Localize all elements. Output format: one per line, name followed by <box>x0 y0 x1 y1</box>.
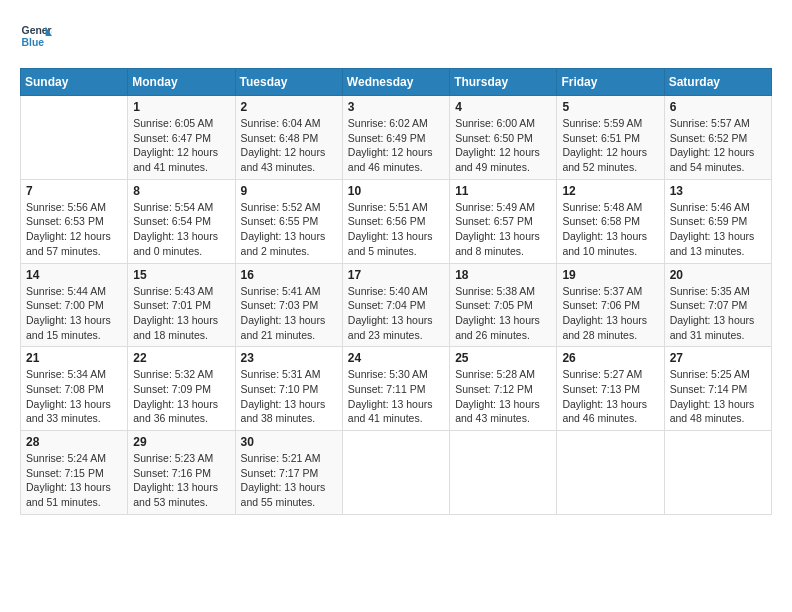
day-info: Sunrise: 5:41 AM Sunset: 7:03 PM Dayligh… <box>241 284 337 343</box>
page-header: General Blue <box>20 20 772 52</box>
day-info: Sunrise: 5:28 AM Sunset: 7:12 PM Dayligh… <box>455 367 551 426</box>
day-number: 21 <box>26 351 122 365</box>
day-info: Sunrise: 5:59 AM Sunset: 6:51 PM Dayligh… <box>562 116 658 175</box>
calendar-cell: 20Sunrise: 5:35 AM Sunset: 7:07 PM Dayli… <box>664 263 771 347</box>
day-number: 26 <box>562 351 658 365</box>
day-info: Sunrise: 5:34 AM Sunset: 7:08 PM Dayligh… <box>26 367 122 426</box>
calendar-cell: 5Sunrise: 5:59 AM Sunset: 6:51 PM Daylig… <box>557 96 664 180</box>
calendar-cell <box>557 431 664 515</box>
day-number: 14 <box>26 268 122 282</box>
day-number: 13 <box>670 184 766 198</box>
day-info: Sunrise: 5:44 AM Sunset: 7:00 PM Dayligh… <box>26 284 122 343</box>
calendar-cell: 23Sunrise: 5:31 AM Sunset: 7:10 PM Dayli… <box>235 347 342 431</box>
calendar-cell: 11Sunrise: 5:49 AM Sunset: 6:57 PM Dayli… <box>450 179 557 263</box>
day-info: Sunrise: 5:37 AM Sunset: 7:06 PM Dayligh… <box>562 284 658 343</box>
calendar-cell: 6Sunrise: 5:57 AM Sunset: 6:52 PM Daylig… <box>664 96 771 180</box>
calendar-cell: 1Sunrise: 6:05 AM Sunset: 6:47 PM Daylig… <box>128 96 235 180</box>
day-info: Sunrise: 5:32 AM Sunset: 7:09 PM Dayligh… <box>133 367 229 426</box>
day-info: Sunrise: 6:04 AM Sunset: 6:48 PM Dayligh… <box>241 116 337 175</box>
day-info: Sunrise: 5:40 AM Sunset: 7:04 PM Dayligh… <box>348 284 444 343</box>
day-info: Sunrise: 5:35 AM Sunset: 7:07 PM Dayligh… <box>670 284 766 343</box>
day-info: Sunrise: 5:30 AM Sunset: 7:11 PM Dayligh… <box>348 367 444 426</box>
day-number: 27 <box>670 351 766 365</box>
day-info: Sunrise: 5:56 AM Sunset: 6:53 PM Dayligh… <box>26 200 122 259</box>
day-info: Sunrise: 6:02 AM Sunset: 6:49 PM Dayligh… <box>348 116 444 175</box>
calendar-cell: 19Sunrise: 5:37 AM Sunset: 7:06 PM Dayli… <box>557 263 664 347</box>
calendar-cell: 24Sunrise: 5:30 AM Sunset: 7:11 PM Dayli… <box>342 347 449 431</box>
calendar-cell: 28Sunrise: 5:24 AM Sunset: 7:15 PM Dayli… <box>21 431 128 515</box>
weekday-header: Thursday <box>450 69 557 96</box>
day-info: Sunrise: 5:27 AM Sunset: 7:13 PM Dayligh… <box>562 367 658 426</box>
weekday-header: Monday <box>128 69 235 96</box>
calendar-cell: 15Sunrise: 5:43 AM Sunset: 7:01 PM Dayli… <box>128 263 235 347</box>
day-number: 12 <box>562 184 658 198</box>
day-number: 9 <box>241 184 337 198</box>
calendar-cell: 3Sunrise: 6:02 AM Sunset: 6:49 PM Daylig… <box>342 96 449 180</box>
day-number: 1 <box>133 100 229 114</box>
calendar-cell: 30Sunrise: 5:21 AM Sunset: 7:17 PM Dayli… <box>235 431 342 515</box>
calendar-cell: 2Sunrise: 6:04 AM Sunset: 6:48 PM Daylig… <box>235 96 342 180</box>
day-number: 17 <box>348 268 444 282</box>
day-info: Sunrise: 5:46 AM Sunset: 6:59 PM Dayligh… <box>670 200 766 259</box>
calendar-table: SundayMondayTuesdayWednesdayThursdayFrid… <box>20 68 772 515</box>
day-number: 19 <box>562 268 658 282</box>
day-info: Sunrise: 5:48 AM Sunset: 6:58 PM Dayligh… <box>562 200 658 259</box>
calendar-cell: 4Sunrise: 6:00 AM Sunset: 6:50 PM Daylig… <box>450 96 557 180</box>
day-number: 29 <box>133 435 229 449</box>
weekday-header: Saturday <box>664 69 771 96</box>
calendar-cell: 14Sunrise: 5:44 AM Sunset: 7:00 PM Dayli… <box>21 263 128 347</box>
day-info: Sunrise: 6:00 AM Sunset: 6:50 PM Dayligh… <box>455 116 551 175</box>
day-info: Sunrise: 5:21 AM Sunset: 7:17 PM Dayligh… <box>241 451 337 510</box>
day-number: 28 <box>26 435 122 449</box>
calendar-cell: 10Sunrise: 5:51 AM Sunset: 6:56 PM Dayli… <box>342 179 449 263</box>
calendar-cell: 26Sunrise: 5:27 AM Sunset: 7:13 PM Dayli… <box>557 347 664 431</box>
calendar-cell: 7Sunrise: 5:56 AM Sunset: 6:53 PM Daylig… <box>21 179 128 263</box>
calendar-cell: 12Sunrise: 5:48 AM Sunset: 6:58 PM Dayli… <box>557 179 664 263</box>
logo: General Blue <box>20 20 56 52</box>
logo-icon: General Blue <box>20 20 52 52</box>
day-number: 8 <box>133 184 229 198</box>
day-number: 20 <box>670 268 766 282</box>
weekday-header: Wednesday <box>342 69 449 96</box>
calendar-cell <box>664 431 771 515</box>
calendar-cell <box>450 431 557 515</box>
day-info: Sunrise: 6:05 AM Sunset: 6:47 PM Dayligh… <box>133 116 229 175</box>
day-info: Sunrise: 5:52 AM Sunset: 6:55 PM Dayligh… <box>241 200 337 259</box>
calendar-cell: 18Sunrise: 5:38 AM Sunset: 7:05 PM Dayli… <box>450 263 557 347</box>
day-number: 24 <box>348 351 444 365</box>
calendar-cell: 21Sunrise: 5:34 AM Sunset: 7:08 PM Dayli… <box>21 347 128 431</box>
day-number: 30 <box>241 435 337 449</box>
day-number: 25 <box>455 351 551 365</box>
day-info: Sunrise: 5:24 AM Sunset: 7:15 PM Dayligh… <box>26 451 122 510</box>
calendar-cell: 17Sunrise: 5:40 AM Sunset: 7:04 PM Dayli… <box>342 263 449 347</box>
day-number: 7 <box>26 184 122 198</box>
day-number: 10 <box>348 184 444 198</box>
day-number: 6 <box>670 100 766 114</box>
calendar-cell: 16Sunrise: 5:41 AM Sunset: 7:03 PM Dayli… <box>235 263 342 347</box>
calendar-cell: 8Sunrise: 5:54 AM Sunset: 6:54 PM Daylig… <box>128 179 235 263</box>
day-number: 2 <box>241 100 337 114</box>
calendar-cell: 13Sunrise: 5:46 AM Sunset: 6:59 PM Dayli… <box>664 179 771 263</box>
day-number: 3 <box>348 100 444 114</box>
calendar-cell <box>342 431 449 515</box>
weekday-header: Sunday <box>21 69 128 96</box>
svg-text:Blue: Blue <box>22 37 45 48</box>
day-number: 5 <box>562 100 658 114</box>
day-info: Sunrise: 5:43 AM Sunset: 7:01 PM Dayligh… <box>133 284 229 343</box>
calendar-cell: 9Sunrise: 5:52 AM Sunset: 6:55 PM Daylig… <box>235 179 342 263</box>
day-number: 15 <box>133 268 229 282</box>
day-number: 18 <box>455 268 551 282</box>
calendar-cell <box>21 96 128 180</box>
day-number: 11 <box>455 184 551 198</box>
day-number: 16 <box>241 268 337 282</box>
day-info: Sunrise: 5:23 AM Sunset: 7:16 PM Dayligh… <box>133 451 229 510</box>
calendar-header: SundayMondayTuesdayWednesdayThursdayFrid… <box>21 69 772 96</box>
calendar-cell: 25Sunrise: 5:28 AM Sunset: 7:12 PM Dayli… <box>450 347 557 431</box>
day-info: Sunrise: 5:54 AM Sunset: 6:54 PM Dayligh… <box>133 200 229 259</box>
day-info: Sunrise: 5:25 AM Sunset: 7:14 PM Dayligh… <box>670 367 766 426</box>
calendar-cell: 27Sunrise: 5:25 AM Sunset: 7:14 PM Dayli… <box>664 347 771 431</box>
calendar-cell: 22Sunrise: 5:32 AM Sunset: 7:09 PM Dayli… <box>128 347 235 431</box>
day-number: 22 <box>133 351 229 365</box>
day-info: Sunrise: 5:49 AM Sunset: 6:57 PM Dayligh… <box>455 200 551 259</box>
weekday-header: Friday <box>557 69 664 96</box>
